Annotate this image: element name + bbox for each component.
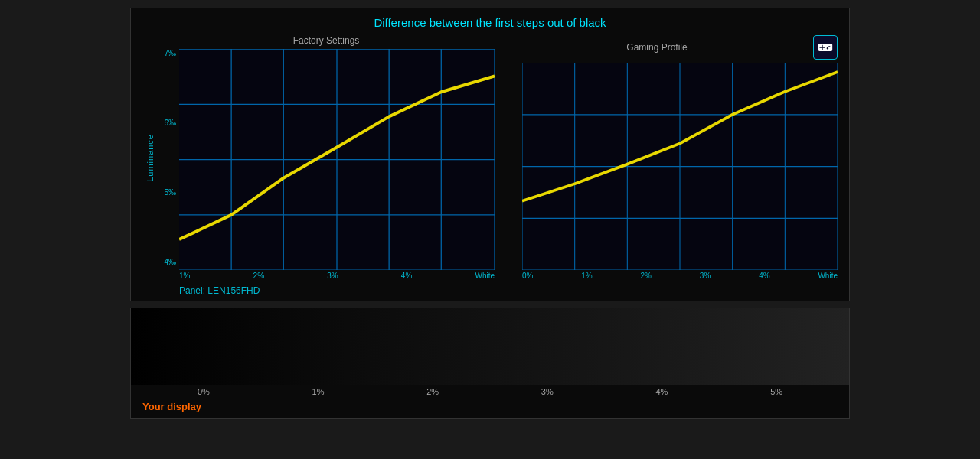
x-tick-0pct-right: 0%: [522, 272, 533, 280]
panel-info: Panel: LEN156FHD: [179, 285, 260, 296]
your-display-label-wrapper: Your display: [131, 398, 849, 415]
gamepad-icon: [818, 40, 833, 55]
x-tick-1pct-left: 1%: [179, 272, 190, 280]
display-canvas-svg: [131, 308, 849, 385]
svg-rect-25: [131, 308, 849, 385]
x-tick-white-left: White: [475, 272, 495, 280]
display-tick-2: 2%: [426, 387, 439, 396]
x-tick-1pct-right: 1%: [581, 272, 592, 280]
display-tick-5: 5%: [770, 387, 782, 396]
your-display-label: Your display: [142, 401, 201, 412]
y-axis-label: Luminance: [142, 134, 155, 182]
display-canvas-wrapper: [131, 308, 849, 385]
display-tick-1: 1%: [312, 387, 325, 396]
display-section: 0% 1% 2% 3% 4% 5% Your display: [130, 308, 850, 419]
x-tick-4pct-left: 4%: [401, 272, 412, 280]
x-tick-2pct-right: 2%: [641, 272, 652, 280]
display-tick-3: 3%: [541, 387, 554, 396]
chart-right-svg: [522, 63, 838, 270]
x-tick-white-right: White: [818, 272, 838, 280]
y-tick-4: 4‰: [158, 258, 176, 266]
display-tick-0: 0%: [198, 387, 210, 396]
chart-title: Difference between the first steps out o…: [142, 16, 838, 29]
x-tick-2pct-left: 2%: [253, 272, 264, 280]
display-tick-4: 4%: [656, 387, 668, 396]
chart-section: Difference between the first steps out o…: [130, 8, 850, 301]
y-tick-5: 5‰: [158, 188, 176, 197]
chart-right: Gaming Profile: [501, 35, 838, 280]
main-container: Difference between the first steps out o…: [0, 0, 980, 459]
x-tick-4pct-right: 4%: [759, 272, 769, 280]
chart-left: Factory Settings 7‰ 6‰ 5‰ 4‰: [158, 35, 495, 280]
chart-right-label: Gaming Profile: [501, 42, 813, 53]
x-tick-3pct-left: 3%: [327, 272, 338, 280]
y-tick-7: 7‰: [158, 49, 176, 57]
chart-left-label: Factory Settings: [293, 35, 360, 46]
display-x-axis: 0% 1% 2% 3% 4% 5%: [131, 385, 849, 398]
x-tick-3pct-right: 3%: [700, 272, 710, 280]
y-tick-6: 6‰: [158, 119, 176, 127]
chart-left-svg: [179, 49, 495, 270]
gaming-profile-icon: [813, 35, 838, 60]
